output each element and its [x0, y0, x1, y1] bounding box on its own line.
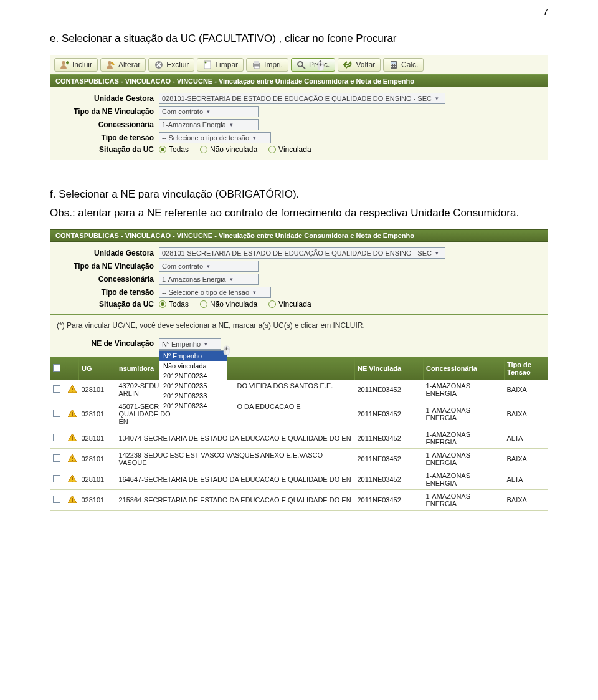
tipo-ne-select[interactable]: Com contrato▾: [159, 261, 259, 272]
dropdown-item[interactable]: Não vinculada: [159, 361, 227, 371]
ug-label: Unidade Gestora: [53, 94, 159, 103]
row-checkbox[interactable]: [53, 454, 60, 462]
svg-point-0: [62, 61, 65, 65]
cell-conc: 1-AMAZONAS ENERGIA: [424, 469, 505, 489]
btn-label: Incluir: [72, 60, 92, 69]
btn-label: Limpar: [215, 60, 238, 69]
cell-conc: 1-AMAZONAS ENERGIA: [424, 448, 505, 469]
cell-ug: 028101: [79, 380, 116, 400]
svg-rect-8: [254, 61, 259, 64]
paragraph-e: e. Selecionar a situação da UC (FACULTAT…: [0, 17, 598, 55]
select-value: -- Selecione o tipo de tensão: [162, 289, 249, 296]
row-checkbox[interactable]: [53, 434, 60, 441]
conc-label: Concessionária: [53, 275, 159, 284]
col-conc: Concessionária: [424, 357, 505, 380]
radio-icon: [268, 146, 276, 153]
dropdown-list: Nº Empenho Não vinculada 2012NE00234 201…: [159, 350, 227, 411]
cell-consumidora: 43702-SEDUDO VIEIRA DOS SANTOS E.E.ARLIN: [116, 380, 355, 400]
back-icon: [343, 60, 353, 69]
col-consumidora: nsumidora: [116, 357, 355, 380]
tensao-select[interactable]: -- Selecione o tipo de tensão▾: [159, 287, 271, 298]
btn-label: Alterar: [118, 60, 140, 69]
col-tensao: Tipo de Tensão: [505, 357, 548, 380]
dropdown-item[interactable]: 2012NE06233: [159, 391, 227, 401]
chevron-down-icon: ▾: [435, 250, 439, 256]
svg-rect-19: [395, 66, 396, 67]
svg-rect-14: [391, 64, 392, 65]
ug-label: Unidade Gestora: [53, 249, 159, 257]
cell-tensao: ALTA: [505, 428, 548, 448]
svg-rect-29: [72, 481, 72, 481]
ug-select[interactable]: 028101-SECRETARIA DE ESTADO DE EDUCAÇÃO …: [159, 93, 445, 104]
voltar-button[interactable]: Voltar: [338, 58, 381, 72]
table-row: 02810143702-SEDUDO VIEIRA DOS SANTOS E.E…: [50, 380, 548, 400]
incluir-button[interactable]: Incluir: [54, 58, 98, 72]
paragraph-f: f. Selecionar a NE para vinculação (OBRI…: [0, 179, 598, 204]
radio-todas[interactable]: Todas: [159, 145, 189, 154]
radio-label: Vinculada: [278, 300, 311, 309]
warning-icon: [68, 410, 77, 417]
proc-button[interactable]: Pr�c.🖱️: [291, 58, 335, 72]
radio-label: Não vinculada: [210, 145, 257, 154]
btn-label: Pr�c.: [309, 60, 330, 69]
cell-ug: 028101: [79, 489, 116, 510]
radio-vinc[interactable]: Vinculada: [268, 145, 311, 154]
select-value: -- Selecione o tipo de tensão: [162, 134, 249, 141]
conc-select[interactable]: 1-Amazonas Energia▾: [159, 119, 259, 130]
select-value: Com contrato: [162, 108, 203, 115]
row-checkbox[interactable]: [53, 475, 60, 482]
table-row: 028101134074-SECRETARIA DE ESTADO DA EDU…: [50, 428, 548, 448]
svg-line-11: [302, 66, 305, 69]
svg-rect-27: [72, 460, 72, 461]
svg-rect-9: [254, 66, 259, 69]
calculator-icon: [389, 60, 399, 69]
dropdown-item[interactable]: Nº Empenho: [159, 351, 227, 361]
tensao-select[interactable]: -- Selecione o tipo de tensão▾: [159, 132, 271, 143]
cell-consumidora: 164647-SECRETARIA DE ESTADO DA EDUCACAO …: [116, 469, 355, 489]
cell-ne: 2011NE03452: [355, 400, 424, 428]
limpar-button[interactable]: Limpar: [197, 58, 244, 72]
conc-select[interactable]: 1-Amazonas Energia▾: [159, 274, 259, 285]
paragraph-obs: Obs.: atentar para a NE referente ao con…: [0, 204, 598, 229]
radio-nao[interactable]: Não vinculada: [200, 300, 257, 309]
cell-conc: 1-AMAZONAS ENERGIA: [424, 400, 505, 428]
select-all-checkbox[interactable]: [53, 364, 60, 372]
warning-icon: [68, 475, 77, 482]
radio-vinc[interactable]: Vinculada: [268, 300, 311, 309]
cell-consumidora: 142239-SEDUC ESC EST VASCO VASQUES ANEXO…: [116, 448, 355, 469]
svg-rect-13: [391, 62, 396, 64]
screenshot-1: Incluir Alterar Excluir Limpar Impri. Pr…: [50, 55, 548, 160]
dropdown-item[interactable]: 2012NE00234: [159, 371, 227, 381]
row-checkbox[interactable]: [53, 385, 60, 393]
ne-vinc-select[interactable]: Nº Empenho▾: [159, 338, 221, 350]
col-ug: UG: [79, 357, 116, 380]
row-checkbox[interactable]: [53, 410, 60, 417]
calc-button[interactable]: Calc.: [383, 58, 424, 72]
dropdown-item[interactable]: 2012NE00235: [159, 381, 227, 391]
select-value: 028101-SECRETARIA DE ESTADO DE EDUCAÇÃO …: [162, 95, 432, 102]
alterar-button[interactable]: Alterar: [100, 58, 146, 72]
btn-label: Calc.: [401, 60, 418, 69]
note-text: (*) Para vincular UC/NE, você deve selec…: [53, 320, 545, 336]
svg-rect-16: [395, 64, 396, 65]
warning-icon: [68, 434, 77, 441]
svg-rect-17: [391, 66, 392, 67]
row-checkbox[interactable]: [53, 496, 60, 503]
dropdown-item[interactable]: 2012NE06234: [159, 401, 227, 411]
ug-select[interactable]: 028101-SECRETARIA DE ESTADO DE EDUCAÇÃO …: [159, 247, 445, 259]
printer-icon: [252, 60, 262, 69]
chevron-down-icon: ▾: [230, 276, 233, 282]
radio-todas[interactable]: Todas: [159, 300, 189, 309]
chevron-down-icon: ▾: [204, 341, 207, 347]
tensao-label: Tipo de tensão: [53, 288, 159, 297]
impri-button[interactable]: Impri.: [246, 58, 288, 72]
cell-tensao: ALTA: [505, 469, 548, 489]
cell-conc: 1-AMAZONAS ENERGIA: [424, 489, 505, 510]
tipo-ne-select[interactable]: Com contrato▾: [159, 106, 259, 117]
radio-icon: [200, 300, 207, 308]
radio-nao[interactable]: Não vinculada: [200, 145, 257, 154]
cell-ug: 028101: [79, 448, 116, 469]
radio-icon: [159, 146, 166, 153]
excluir-button[interactable]: Excluir: [148, 58, 194, 72]
cell-consumidora: 215864-SECRETARIA DE ESTADO DA EDUCACAO …: [116, 489, 355, 510]
